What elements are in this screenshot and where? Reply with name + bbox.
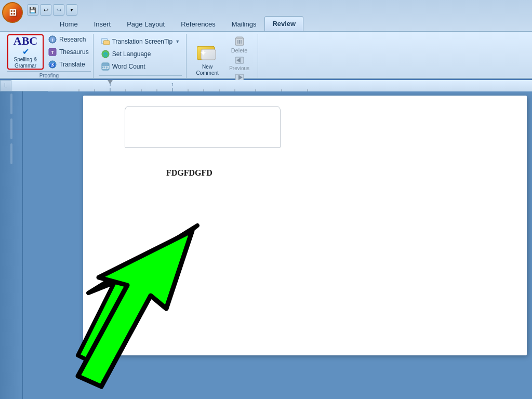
ribbon-tabs: ⊞ 💾 ↩ ↪ ▼ Home Insert Page Layout Refere… (0, 0, 532, 31)
tab-page-layout[interactable]: Page Layout (119, 17, 172, 31)
proofing-group: ABC ✔ Spelling &Grammar i (3, 34, 94, 78)
previous-label: Previous (229, 65, 249, 71)
word-count-label: Word Count (112, 63, 145, 70)
ribbon-content: ABC ✔ Spelling &Grammar i (0, 31, 532, 78)
tab-mailings[interactable]: Mailings (224, 17, 264, 31)
delete-label: Delete (231, 47, 248, 54)
scroll-mark-2 (10, 118, 12, 139)
undo-button[interactable]: ↩ (40, 4, 51, 16)
svg-text:T: T (51, 50, 54, 55)
proofing-group-label: Proofing (7, 71, 91, 79)
set-language-icon: 🌐 (101, 49, 110, 59)
language-group-items: Translation ScreenTip ▼ 🌐 Set Language (99, 34, 182, 74)
comments-group: ✦ (188, 34, 258, 78)
spelling-grammar-button[interactable]: ABC ✔ Spelling &Grammar (7, 34, 44, 70)
scroll-mark-1 (10, 94, 12, 114)
document-page[interactable]: FDGFDGFD (83, 96, 527, 355)
language-group: Translation ScreenTip ▼ 🌐 Set Language (95, 34, 187, 78)
tab-review[interactable]: Review (264, 16, 303, 31)
tab-insert[interactable]: Insert (86, 17, 119, 31)
svg-text:♿: ♿ (50, 62, 55, 68)
ribbon: ⊞ 💾 ↩ ↪ ▼ Home Insert Page Layout Refere… (0, 0, 532, 79)
customize-qat-button[interactable]: ▼ (66, 4, 77, 16)
word-count-button[interactable]: 123 Word Count (99, 61, 182, 72)
translate-button[interactable]: ♿ Translate (46, 59, 91, 70)
office-button[interactable]: ⊞ (2, 2, 23, 23)
svg-text:1: 1 (171, 82, 174, 87)
scroll-mark-3 (10, 143, 12, 164)
translation-items: Translation ScreenTip ▼ 🌐 Set Language (99, 36, 182, 72)
redo-button[interactable]: ↪ (53, 4, 64, 16)
set-language-button[interactable]: 🌐 Set Language (99, 48, 182, 60)
check-icon: ✔ (22, 47, 29, 57)
office-logo: ⊞ (9, 7, 17, 18)
ruler-corner[interactable]: L (0, 80, 11, 91)
svg-text:i: i (52, 37, 54, 43)
translation-screentip-icon (101, 37, 110, 46)
translation-screentip-button[interactable]: Translation ScreenTip ▼ (99, 36, 182, 47)
ruler-marks: 1 1 (48, 80, 532, 91)
thesaurus-icon: T (48, 47, 57, 57)
tab-home[interactable]: Home (52, 17, 86, 31)
ruler-ticks: 1 1 (48, 80, 532, 91)
left-panel (0, 91, 23, 399)
svg-text:✦: ✦ (200, 49, 206, 57)
new-comment-button[interactable]: ✦ (192, 44, 223, 79)
spelling-label: Spelling &Grammar (14, 57, 37, 69)
svg-text:🌐: 🌐 (103, 52, 108, 57)
ruler: L 1 1 (0, 80, 532, 91)
abc-icon: ABC (14, 35, 37, 47)
tab-references[interactable]: References (173, 17, 223, 31)
delete-comment-button[interactable]: Delete (225, 34, 254, 55)
translation-screentip-label: Translation ScreenTip (112, 38, 173, 45)
quick-access-toolbar: 💾 ↩ ↪ ▼ (27, 4, 77, 16)
new-comment-icon: ✦ (197, 46, 218, 64)
word-count-icon: 123 (101, 62, 110, 71)
previous-icon (233, 56, 246, 65)
new-comment-label: NewComment (196, 64, 218, 76)
svg-rect-17 (236, 37, 243, 38)
translate-label: Translate (59, 61, 85, 68)
research-button[interactable]: i Research (46, 34, 91, 45)
set-language-label: Set Language (112, 50, 151, 58)
thesaurus-label: Thesaurus (59, 48, 89, 56)
page-container: FDGFDGFD (31, 96, 527, 394)
save-button[interactable]: 💾 (27, 4, 38, 16)
page-corner-decoration (125, 106, 281, 148)
document-text[interactable]: FDGFDGFD (166, 168, 212, 178)
svg-text:123: 123 (102, 65, 109, 70)
document-area: L 1 1 (0, 80, 532, 399)
translate-icon: ♿ (48, 60, 57, 69)
language-group-label (99, 75, 182, 78)
thesaurus-button[interactable]: T Thesaurus (46, 46, 91, 58)
proofing-group-items: ABC ✔ Spelling &Grammar i (7, 34, 91, 70)
delete-icon (233, 35, 246, 47)
translation-screentip-arrow: ▼ (175, 39, 180, 44)
research-icon: i (48, 35, 57, 44)
proofing-items: i Research T Thesaurus (46, 34, 91, 70)
svg-rect-8 (103, 41, 110, 45)
previous-comment-button[interactable]: Previous (225, 56, 254, 72)
research-label: Research (59, 36, 86, 43)
